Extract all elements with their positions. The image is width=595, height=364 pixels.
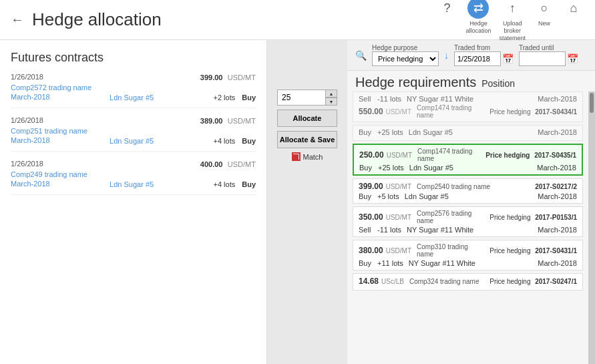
hedge-item[interactable]: 14.68 USc/LB Comp324 trading name Price …: [353, 273, 583, 291]
hedge-currency: USD/MT: [386, 214, 411, 221]
hedge-type: Price hedging: [489, 214, 530, 221]
quantity-up-button[interactable]: ▲: [325, 89, 337, 98]
hedge-tradename: Comp2576 trading name: [417, 210, 484, 224]
traded-from-calendar-icon[interactable]: 📅: [502, 53, 514, 64]
new-icon-group[interactable]: ○ New: [534, 0, 555, 27]
hedge-purpose-select[interactable]: Price hedging: [372, 51, 439, 66]
contract-price: 389.00: [200, 117, 223, 125]
contract-item[interactable]: 1/26/2018 400.00 USD/MT Comp249 trading …: [11, 160, 256, 195]
home-icon: ⌂: [563, 0, 584, 19]
contract-price: 400.00: [200, 160, 223, 168]
traded-from-input[interactable]: [454, 51, 501, 66]
hedge-requirements-header: Hedge requirements Position: [347, 71, 595, 92]
hedge-price: 250.00: [359, 150, 384, 160]
hedge-item[interactable]: 380.00 USD/MT Comp310 trading name Price…: [353, 240, 583, 270]
contract-market: March-2018: [11, 93, 50, 102]
hedge-requirements-panel: 🔍 Hedge purpose Price hedging ↓ Traded f…: [347, 40, 595, 364]
contract-lots: +2 lots: [213, 94, 235, 102]
home-icon-group[interactable]: ⌂: [563, 0, 584, 19]
hedge-item[interactable]: 399.00 USD/MT Comp2540 trading name 2017…: [353, 178, 583, 204]
hedge-type: Price hedging: [485, 152, 530, 159]
contract-commodity: Ldn Sugar #5: [110, 94, 154, 102]
hedge-lots: +25 lots: [378, 164, 404, 172]
hedge-allocation-label: Hedgeallocation: [465, 20, 491, 35]
hedge-tradename: Comp324 trading name: [409, 278, 484, 285]
hedge-direction: Buy: [359, 128, 377, 136]
hedge-commodity: NY Sugar #11 White: [407, 226, 532, 234]
hedge-price: 14.68: [359, 277, 379, 286]
contract-currency: USD/MT: [228, 117, 256, 125]
hedge-type: Price hedging: [489, 247, 530, 254]
hedge-period: March-2018: [538, 259, 577, 267]
contract-direction: Buy: [242, 137, 256, 145]
traded-until-group: Traded until 📅: [519, 44, 578, 66]
hedge-item-highlighted[interactable]: 250.00 USD/MT Comp1474 trading name Pric…: [353, 144, 583, 176]
hedge-reference: 2017-P0153/1: [535, 214, 577, 221]
upload-icon-group[interactable]: ↑ Uploadbrokerstatement: [499, 0, 526, 42]
hedge-item[interactable]: 350.00 USD/MT Comp2576 trading name Pric…: [353, 206, 583, 237]
hedge-allocation-icon: ⇄: [467, 0, 489, 19]
hedge-currency: USc/LB: [381, 278, 404, 285]
filter-bar: 🔍 Hedge purpose Price hedging ↓ Traded f…: [347, 40, 595, 71]
hedge-item[interactable]: Buy +25 lots Ldn Sugar #5 March-2018: [353, 125, 583, 141]
traded-until-input[interactable]: [519, 51, 566, 66]
match-label: Match: [303, 153, 323, 161]
hedge-reference: 2017-S0434/1: [535, 108, 577, 116]
contract-market: March-2018: [11, 180, 50, 189]
hedge-purpose-group: Hedge purpose Price hedging: [372, 44, 439, 66]
match-checkbox[interactable]: [292, 152, 301, 161]
contract-market: March-2018: [11, 136, 50, 146]
traded-until-label: Traded until: [519, 44, 578, 51]
hedge-commodity: Ldn Sugar #5: [409, 164, 532, 172]
hedge-period: March-2018: [537, 164, 576, 172]
header: ← Hedge allocation ? ⇄ Hedgeallocation ↑…: [0, 0, 595, 40]
hedge-period: March-2018: [538, 192, 577, 200]
traded-from-label: Traded from: [454, 44, 514, 51]
hedge-item[interactable]: Sell -11 lots NY Sugar #11 White March-2…: [353, 92, 583, 122]
contract-lots: +4 lots: [213, 137, 235, 145]
hedge-direction: Sell: [359, 95, 377, 103]
hedge-price: 380.00: [359, 246, 383, 255]
contract-direction: Buy: [242, 94, 256, 102]
hedge-commodity: NY Sugar #11 White: [409, 259, 532, 267]
hedge-allocation-icon-group[interactable]: ⇄ Hedgeallocation: [465, 0, 491, 35]
page-title: Hedge allocation: [32, 9, 436, 30]
allocate-panel: ▲ ▼ Allocate Allocate & Save Match: [267, 40, 347, 364]
contract-item[interactable]: 1/26/2018 399.00 USD/MT Comp2572 trading…: [11, 73, 256, 108]
help-icon-group[interactable]: ?: [436, 0, 457, 19]
quantity-wrapper: ▲ ▼: [277, 89, 337, 106]
hedge-type: Price hedging: [489, 278, 530, 285]
traded-until-calendar-icon[interactable]: 📅: [567, 53, 578, 64]
allocate-button[interactable]: Allocate: [277, 110, 337, 127]
hedge-currency: USD/MT: [386, 183, 411, 190]
hedge-requirements-subtitle: Position: [481, 78, 515, 89]
hedge-price: 350.00: [359, 212, 383, 222]
quantity-down-button[interactable]: ▼: [325, 98, 337, 106]
allocate-save-button[interactable]: Allocate & Save: [277, 131, 337, 148]
filter-arrow-icon[interactable]: ↓: [444, 50, 449, 61]
back-button[interactable]: ←: [11, 12, 24, 27]
contract-name: Comp249 trading name: [11, 170, 256, 178]
contract-currency: USD/MT: [228, 73, 256, 81]
hedge-tradename: Comp310 trading name: [417, 243, 484, 258]
upload-label: Uploadbrokerstatement: [499, 20, 526, 41]
hedge-tradename: Comp2540 trading name: [417, 183, 530, 190]
contract-price: 399.00: [200, 73, 223, 81]
help-icon: ?: [436, 0, 457, 19]
scrollbar[interactable]: [588, 92, 595, 364]
main-layout: Futures contracts 1/26/2018 399.00 USD/M…: [0, 40, 595, 364]
new-label: New: [538, 20, 550, 27]
hedge-lots: -11 lots: [377, 95, 401, 103]
hedge-requirements-title: Hedge requirements: [355, 75, 476, 90]
contract-currency: USD/MT: [228, 160, 256, 168]
futures-panel: Futures contracts 1/26/2018 399.00 USD/M…: [0, 40, 267, 364]
hedge-currency: USD/MT: [387, 152, 412, 159]
search-icon: 🔍: [355, 50, 367, 61]
hedge-direction: Buy: [359, 259, 377, 267]
hedge-direction: Sell: [359, 226, 377, 234]
contract-item[interactable]: 1/26/2018 389.00 USD/MT Comp251 trading …: [11, 116, 256, 152]
new-icon: ○: [534, 0, 555, 19]
hedge-tradename: Comp1474 trading name: [417, 148, 480, 162]
scrollbar-thumb[interactable]: [590, 93, 594, 113]
hedge-commodity: Ldn Sugar #5: [405, 192, 533, 200]
